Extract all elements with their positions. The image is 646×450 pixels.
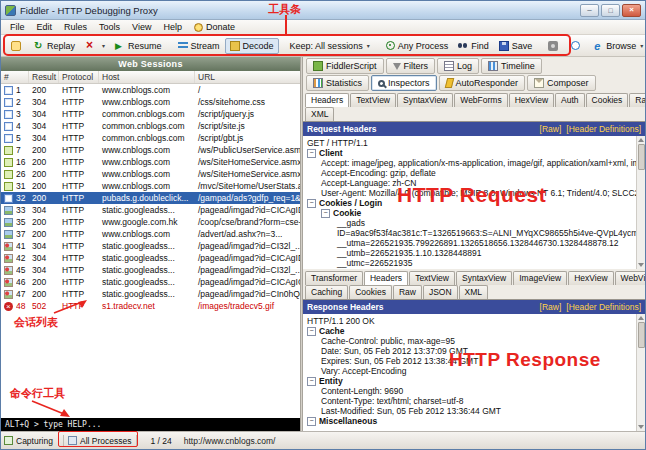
close-button[interactable]	[622, 4, 641, 17]
col-header-protocol[interactable]: Protocol	[59, 71, 99, 83]
request-inspector-tab[interactable]: Raw	[629, 93, 646, 107]
scroll-down-arrow[interactable]	[638, 425, 644, 429]
header-tree-line[interactable]: Cache-Control: public, max-age=95	[303, 336, 645, 346]
header-tree-line[interactable]: Cookie	[303, 208, 645, 218]
header-tree-line[interactable]: Accept-Encoding: gzip, deflate	[303, 168, 645, 178]
header-tree-line[interactable]: Content-Length: 9690	[303, 386, 645, 396]
response-inspector-tab[interactable]: Transformer	[305, 271, 363, 285]
header-tree-line[interactable]: ID=a9ac9f53f4ac381c:T=1326519663:S=ALNI_…	[303, 228, 645, 238]
session-row[interactable]: 2 304 HTTP www.cnblogs.com /css/sitehome…	[1, 96, 300, 108]
toolbar-button[interactable]	[566, 38, 588, 53]
menu-item[interactable]: Donate	[188, 21, 241, 33]
header-tree-line[interactable]: Last-Modified: Sun, 05 Feb 2012 13:36:44…	[303, 406, 645, 416]
header-tree-line[interactable]: Content-Type: text/html; charset=utf-8	[303, 396, 645, 406]
session-row[interactable]: 5 304 HTTP common.cnblogs.com /script/gb…	[1, 132, 300, 144]
session-row[interactable]: 45 304 HTTP static.googleadss... /pagead…	[1, 264, 300, 276]
col-header-number[interactable]: #	[1, 71, 29, 83]
response-inspector-tab[interactable]: ImageView	[513, 271, 567, 285]
menu-item[interactable]: File	[4, 21, 31, 33]
response-scrollbar[interactable]	[636, 314, 645, 431]
raw-link[interactable]: [Raw]	[540, 302, 562, 312]
header-tree-line[interactable]: Accept-Language: zh-CN	[303, 178, 645, 188]
toolbar-button[interactable]: Stream	[173, 38, 225, 54]
session-row[interactable]: 37 200 HTTP www.cnblogs.com /advert/ad.a…	[1, 228, 300, 240]
toolbar-button[interactable]: Find	[453, 38, 494, 54]
main-tab[interactable]: Statistics	[306, 75, 369, 91]
session-row[interactable]: 33 304 HTTP static.googleadss... /pagead…	[1, 204, 300, 216]
header-tree-line[interactable]: Date: Sun, 05 Feb 2012 13:37:09 GMT	[303, 346, 645, 356]
session-row[interactable]: 31 200 HTTP www.cnblogs.com /mvc/SiteHom…	[1, 180, 300, 192]
quickexec-input[interactable]: ALT+Q > type HELP...	[1, 418, 300, 431]
response-inspector-tab[interactable]: WebView	[615, 271, 646, 285]
process-filter[interactable]: All Processes	[68, 436, 132, 446]
main-tab[interactable]: Filters	[386, 58, 436, 74]
scroll-up-arrow[interactable]	[638, 138, 644, 142]
response-inspector-tab[interactable]: TextView	[409, 271, 455, 285]
request-scrollbar[interactable]	[636, 136, 645, 269]
toolbar-button[interactable]	[543, 38, 566, 54]
maximize-button[interactable]	[601, 4, 620, 17]
header-tree-line[interactable]: Miscellaneous	[303, 416, 645, 426]
response-inspector-tab[interactable]: Raw	[393, 285, 422, 299]
header-tree-line[interactable]: Accept: image/jpeg, application/x-ms-app…	[303, 158, 645, 168]
session-row[interactable]: 16 200 HTTP www.cnblogs.com /ws/SiteHome…	[1, 156, 300, 168]
header-tree-line[interactable]: User-Agent: Mozilla/4.0 (compatible; MSI…	[303, 188, 645, 198]
toolbar-button[interactable]: Any Process	[381, 38, 454, 54]
response-inspector-tab[interactable]: SyntaxView	[456, 271, 512, 285]
toolbar-button[interactable]	[6, 38, 29, 54]
session-row[interactable]: 48 502 HTTP s1.tradecv.net /images/trade…	[1, 300, 300, 312]
request-inspector-tab[interactable]: TextView	[350, 93, 396, 107]
raw-link[interactable]: [Raw]	[540, 124, 562, 134]
col-header-url[interactable]: URL	[195, 71, 300, 83]
request-inspector-tab[interactable]: HexView	[509, 93, 554, 107]
header-definitions-link[interactable]: [Header Definitions]	[566, 124, 641, 134]
header-tree-line[interactable]: Cookies / Login	[303, 198, 645, 208]
request-inspector-tab[interactable]: SyntaxView	[397, 93, 453, 107]
header-tree-line[interactable]: Expires: Sun, 05 Feb 2012 13:38:44 GMT	[303, 356, 645, 366]
response-inspector-tab[interactable]: Cookies	[349, 285, 392, 299]
response-inspector-tab[interactable]: HexView	[568, 271, 613, 285]
main-tab[interactable]: Timeline	[481, 58, 542, 74]
header-definitions-link[interactable]: [Header Definitions]	[566, 302, 641, 312]
request-inspector-tab[interactable]: WebForms	[454, 93, 507, 107]
header-tree-line[interactable]: Cache	[303, 326, 645, 336]
response-inspector-tab[interactable]: XML	[459, 285, 488, 299]
request-inspector-tab[interactable]: Cookies	[586, 93, 629, 107]
menu-item[interactable]: Rules	[58, 21, 93, 33]
header-tree-line[interactable]: __gads	[303, 218, 645, 228]
header-tree-line[interactable]: Vary: Accept-Encoding	[303, 366, 645, 376]
main-tab[interactable]: Log	[437, 58, 479, 74]
header-tree-line[interactable]: __utmb=226521935.1.10.1328448891	[303, 248, 645, 258]
session-row[interactable]: 47 200 HTTP static.googleadss... /pagead…	[1, 288, 300, 300]
header-tree-line[interactable]: Entity	[303, 376, 645, 386]
col-header-result[interactable]: Result	[29, 71, 59, 83]
session-row[interactable]: 3 304 HTTP common.cnblogs.com /script/jq…	[1, 108, 300, 120]
session-row[interactable]: 32 200 HTTP pubads.g.doubleclick... /gam…	[1, 192, 300, 204]
session-row[interactable]: 1 200 HTTP www.cnblogs.com /	[1, 84, 300, 96]
session-row[interactable]: 46 200 HTTP static.googleadss... /pagead…	[1, 276, 300, 288]
header-tree-line[interactable]: __utma=226521935.799226891.1326518656.13…	[303, 238, 645, 248]
menu-item[interactable]: Edit	[31, 21, 59, 33]
scroll-down-arrow[interactable]	[638, 263, 644, 267]
minimize-button[interactable]	[580, 4, 599, 17]
scroll-thumb[interactable]	[638, 322, 645, 348]
header-tree-line[interactable]: __utmc=226521935	[303, 258, 645, 268]
response-inspector-tab[interactable]: JSON	[423, 285, 458, 299]
main-tab[interactable]: Composer	[527, 75, 596, 91]
request-inspector-tab[interactable]: Headers	[305, 93, 349, 107]
session-row[interactable]: 42 304 HTTP static.googleadss... /pagead…	[1, 252, 300, 264]
capturing-status[interactable]: Capturing	[4, 436, 59, 446]
menu-item[interactable]: Tools	[93, 21, 126, 33]
session-row[interactable]: 4 304 HTTP common.cnblogs.com /script/si…	[1, 120, 300, 132]
session-row[interactable]: 7 200 HTTP www.cnblogs.com /ws/PublicUse…	[1, 144, 300, 156]
toolbar-button[interactable]: Browse	[588, 38, 646, 54]
toolbar-button[interactable]	[80, 38, 110, 54]
header-tree-line[interactable]: HTTP/1.1 200 OK	[303, 316, 645, 326]
scroll-up-arrow[interactable]	[638, 316, 644, 320]
request-inspector-tab[interactable]: Auth	[555, 93, 585, 107]
session-row[interactable]: 41 304 HTTP static.googleadss... /pagead…	[1, 240, 300, 252]
toolbar-button[interactable]: Replay	[29, 38, 80, 54]
scroll-thumb[interactable]	[638, 144, 645, 170]
title-bar[interactable]: Fiddler - HTTP Debugging Proxy	[1, 1, 645, 20]
request-inspector-tab[interactable]: XML	[305, 107, 334, 121]
